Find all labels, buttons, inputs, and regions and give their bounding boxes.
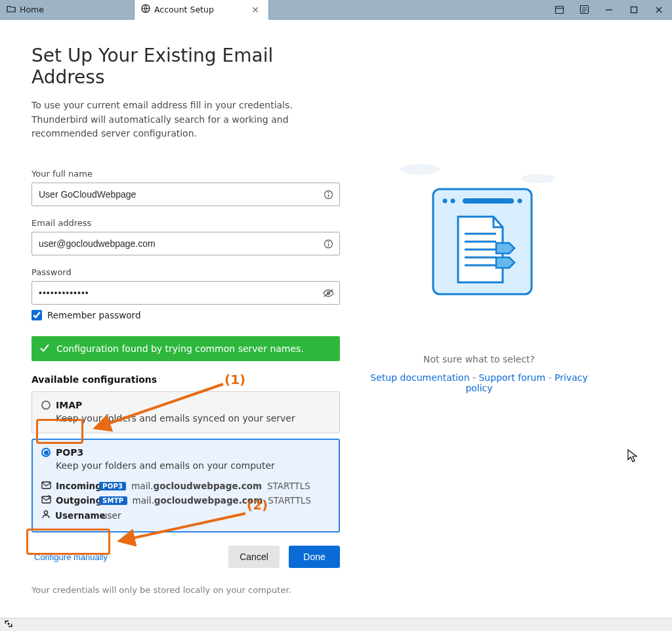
annotation-arrows [0,0,672,631]
svg-line-26 [119,513,245,541]
svg-line-25 [95,384,223,428]
activity-icon [4,620,13,630]
svg-point-27 [8,623,10,625]
status-bar [0,618,672,631]
